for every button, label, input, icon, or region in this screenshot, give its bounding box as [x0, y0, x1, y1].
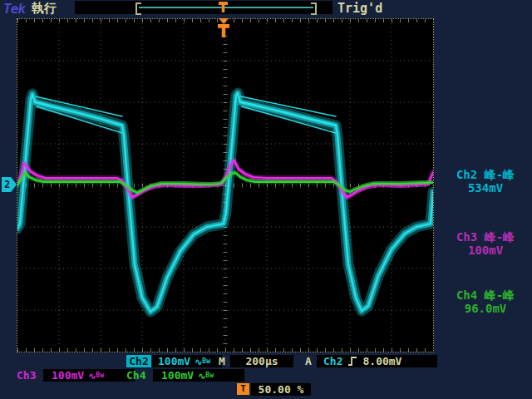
ch2-bandwidth-icon: Bw: [202, 357, 210, 365]
ch4-scale-value: 100mV: [161, 369, 194, 382]
measurement-ch2-value: 534mV: [439, 181, 532, 195]
trigger-position-arrow-icon[interactable]: [219, 18, 229, 24]
ch3-badge[interactable]: Ch3: [17, 369, 36, 382]
waveform-traces: [17, 93, 433, 312]
trigger-source: Ch2: [323, 355, 342, 367]
timebase-prefix: M: [219, 355, 225, 367]
graticule: [17, 18, 434, 352]
timebase-readout[interactable]: 200µs: [230, 355, 293, 367]
trigger-status: Trig'd: [337, 1, 382, 16]
ch4-scale-readout[interactable]: 100mV∿Bw: [153, 369, 244, 382]
ch2-scale-value: 100mV: [158, 355, 190, 367]
trigger-level: 8.00mV: [362, 355, 401, 367]
trigger-readout[interactable]: Ch2 8.00mV: [317, 355, 437, 367]
measurement-ch2-pkpk: Ch2 峰-峰 534mV: [439, 168, 532, 195]
ch3-bandwidth-icon: Bw: [96, 372, 104, 379]
measurement-ch4-pkpk: Ch4 峰-峰 96.0mV: [439, 288, 532, 315]
record-view-line: [139, 7, 313, 8]
ch2-badge[interactable]: Ch2: [126, 355, 151, 367]
ch3-coupling-icon: ∿: [88, 371, 96, 382]
waveform-display: [17, 19, 433, 352]
measurement-ch3-label: Ch3 峰-峰: [439, 230, 532, 244]
measurement-ch3-pkpk: Ch3 峰-峰 100mV: [439, 230, 532, 257]
trigger-prefix: A: [305, 355, 312, 367]
record-window-left-bracket: [135, 2, 141, 15]
measurement-ch2-label: Ch2 峰-峰: [439, 168, 532, 181]
ch4-coupling-icon: ∿: [198, 371, 205, 382]
tek-logo: Tek: [3, 1, 25, 17]
measurement-ch4-label: Ch4 峰-峰: [439, 288, 532, 302]
ch3-scale-value: 100mV: [52, 369, 84, 382]
ch2-scale-readout[interactable]: 100mV∿Bw: [152, 355, 222, 367]
ch4-bandwidth-icon: Bw: [205, 372, 214, 379]
ch4-badge[interactable]: Ch4: [126, 369, 145, 382]
acquisition-status: 執行: [32, 1, 57, 17]
measurement-ch4-value: 96.0mV: [439, 302, 532, 315]
record-window-right-bracket: [311, 2, 317, 15]
ch3-scale-readout[interactable]: 100mV∿Bw: [43, 369, 135, 382]
rising-edge-icon: [347, 356, 357, 367]
horizontal-trigger-t-icon[interactable]: T: [237, 383, 249, 395]
measurement-ch3-value: 100mV: [439, 244, 532, 257]
horizontal-trigger-position-readout[interactable]: 50.00 %: [251, 383, 311, 396]
ch2-coupling-icon: ∿: [195, 357, 202, 367]
ch2-ground-marker[interactable]: 2: [2, 177, 17, 192]
